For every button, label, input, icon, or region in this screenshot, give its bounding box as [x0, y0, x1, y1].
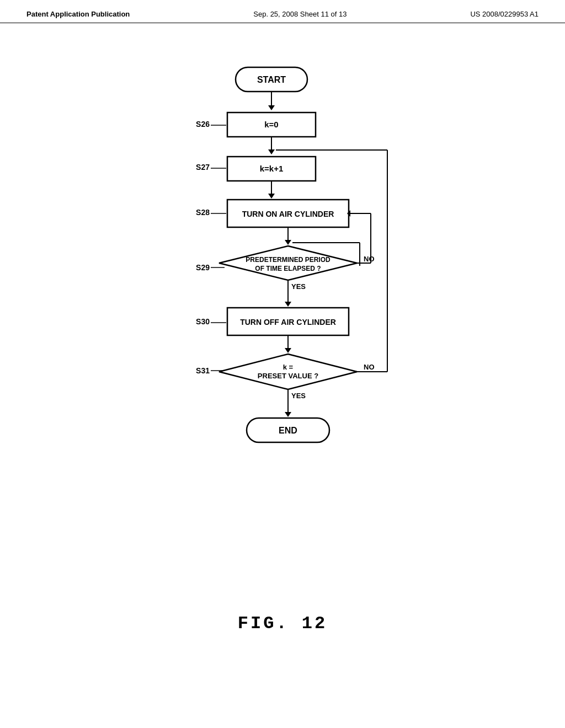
svg-text:TURN ON AIR CYLINDER: TURN ON AIR CYLINDER [242, 210, 334, 218]
svg-text:S31: S31 [196, 366, 210, 375]
svg-text:TURN OFF AIR CYLINDER: TURN OFF AIR CYLINDER [240, 318, 336, 326]
svg-text:k =: k = [283, 363, 294, 371]
page-header: Patent Application Publication Sep. 25, … [0, 0, 565, 23]
svg-text:k=0: k=0 [264, 120, 278, 129]
figure-caption: FIG. 12 [238, 613, 327, 634]
svg-marker-9 [268, 149, 275, 154]
svg-text:S27: S27 [196, 163, 210, 172]
svg-text:YES: YES [291, 392, 306, 400]
svg-text:START: START [257, 75, 286, 84]
header-right: US 2008/0229953 A1 [470, 10, 539, 18]
header-center: Sep. 25, 2008 Sheet 11 of 13 [253, 10, 347, 18]
svg-text:OF TIME ELAPSED ?: OF TIME ELAPSED ? [255, 265, 321, 272]
svg-text:S29: S29 [196, 263, 210, 272]
svg-text:YES: YES [291, 282, 306, 291]
svg-text:S26: S26 [196, 120, 210, 129]
svg-marker-55 [285, 412, 291, 417]
svg-marker-37 [285, 302, 291, 307]
svg-marker-43 [285, 348, 291, 353]
svg-text:S30: S30 [196, 317, 210, 326]
svg-text:k=k+1: k=k+1 [260, 164, 284, 173]
flowchart-svg: START S26 k=0 S27 k=k+1 S28 TURN ON AIR … [139, 56, 426, 591]
svg-text:NO: NO [364, 363, 375, 371]
svg-text:NO: NO [364, 255, 375, 263]
svg-marker-3 [268, 105, 275, 110]
svg-text:PRESET VALUE ?: PRESET VALUE ? [258, 372, 318, 380]
svg-text:PREDETERMINED PERIOD: PREDETERMINED PERIOD [246, 256, 331, 264]
svg-marker-22 [285, 240, 291, 245]
header-left: Patent Application Publication [26, 10, 130, 18]
diagram-area: START S26 k=0 S27 k=k+1 S28 TURN ON AIR … [0, 45, 565, 634]
svg-marker-16 [268, 194, 275, 199]
svg-text:END: END [279, 426, 297, 435]
svg-text:S28: S28 [196, 208, 210, 217]
